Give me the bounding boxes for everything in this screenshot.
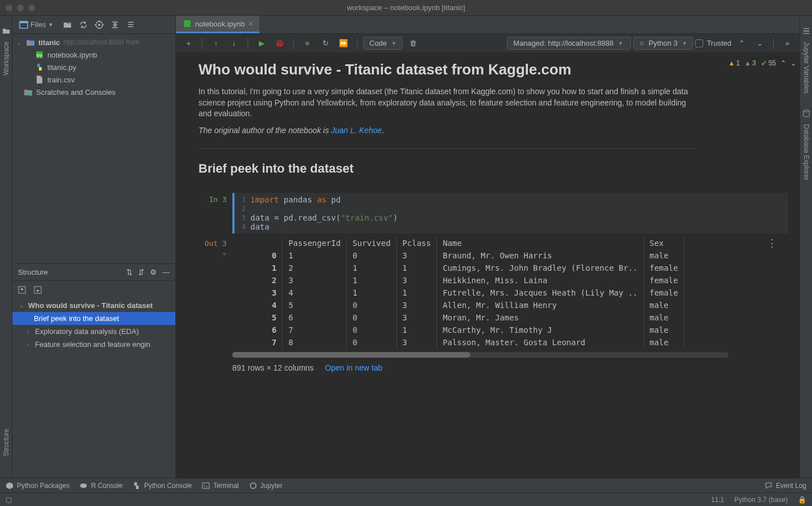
- table-row[interactable]: 6701McCarthy, Mr. Timothy Jmale: [266, 324, 684, 336]
- cell-type-select[interactable]: Code ▼: [363, 37, 403, 50]
- move-down-button[interactable]: ↓: [226, 36, 242, 51]
- server-select[interactable]: Managed: http://localhost:8888 ▼: [507, 37, 631, 50]
- close-window[interactable]: [6, 5, 12, 11]
- table-header[interactable]: PassengerId: [283, 237, 347, 249]
- status-bar: ▢ 11:1 Python 3.7 (base) 🔒: [0, 492, 812, 506]
- project-root[interactable]: ⌄ titanic http://localhost:8888 from: [12, 36, 175, 49]
- expand-icon[interactable]: ☰: [126, 20, 135, 29]
- table-cell: Futrelle, Mrs. Jacques Heath (Lily May .…: [437, 287, 644, 299]
- structure-header: Structure ⇅ ⇵ ⚙ —: [12, 264, 175, 281]
- scroll-from-icon[interactable]: [33, 285, 43, 295]
- file-train-csv[interactable]: train.csv: [12, 73, 175, 86]
- table-header[interactable]: Sex: [643, 237, 684, 249]
- python-icon: [133, 482, 140, 490]
- stop-button[interactable]: ■: [299, 36, 315, 51]
- next-button[interactable]: ⌄: [752, 36, 767, 51]
- table-cell: 4: [266, 299, 283, 311]
- author-link[interactable]: Juan L. Kehoe: [331, 126, 382, 135]
- zoom-window[interactable]: [28, 5, 35, 11]
- refresh-icon[interactable]: [79, 20, 88, 29]
- restart-button[interactable]: ↻: [317, 36, 333, 51]
- new-folder-icon[interactable]: [63, 20, 72, 29]
- debug-cell-button[interactable]: 🐞: [272, 36, 288, 51]
- structure-item-eda[interactable]: › Exploratory data analysis (EDA): [12, 325, 175, 338]
- table-row[interactable]: 4503Allen, Mr. William Henrymale: [266, 299, 684, 311]
- table-row[interactable]: 0103Braund, Mr. Owen Harrismale: [266, 249, 684, 262]
- table-cell: female: [643, 274, 684, 287]
- dataframe-footer: 891 rows × 12 columns Open in new tab: [232, 360, 788, 372]
- file-notebook[interactable]: ipy notebook.ipynb: [12, 49, 175, 61]
- table-cell: 1: [396, 324, 437, 336]
- terminal-button[interactable]: Terminal: [202, 482, 239, 490]
- structure-tree[interactable]: ⌄ Who would survive - Titanic dataset Br…: [12, 299, 175, 478]
- inspection-bar[interactable]: ▲1 ▲3 ✔55 ⌃ ⌄: [728, 59, 796, 68]
- jupyter-variables-tab[interactable]: Jupyter Variables: [801, 27, 811, 98]
- interpreter-status[interactable]: Python 3.7 (base): [734, 496, 788, 504]
- table-cell: 1: [347, 287, 396, 299]
- minimize-icon[interactable]: —: [162, 268, 170, 276]
- table-row[interactable]: 7803Palsson, Master. Gosta Leonardmale: [266, 336, 684, 349]
- structure-item-brief-peek[interactable]: Brief peek into the dataset: [12, 312, 175, 325]
- table-header[interactable]: Pclass: [396, 237, 437, 249]
- chevron-up-icon[interactable]: ⌃: [780, 59, 786, 67]
- table-cell: McCarthy, Mr. Timothy J: [437, 324, 644, 336]
- table-row[interactable]: 1211Cumings, Mrs. John Bradley (Florence…: [266, 262, 684, 274]
- code-cell[interactable]: In 3 1import pandas as pd 2 3data = pd.r…: [198, 193, 788, 234]
- python-icon: [35, 63, 44, 72]
- status-icon[interactable]: ▢: [6, 496, 12, 504]
- table-cell: 3: [266, 287, 283, 299]
- table-cell: 5: [266, 311, 283, 324]
- horizontal-scrollbar[interactable]: [232, 352, 729, 358]
- table-row[interactable]: 5603Moran, Mr. Jamesmale: [266, 311, 684, 324]
- files-dropdown[interactable]: Files ▼: [16, 19, 56, 30]
- more-button[interactable]: »: [779, 36, 795, 51]
- close-icon[interactable]: ×: [248, 19, 253, 28]
- table-header[interactable]: Name: [437, 237, 644, 249]
- table-header[interactable]: Survived: [347, 237, 396, 249]
- prev-button[interactable]: ⌃: [734, 36, 749, 51]
- event-log-button[interactable]: Event Log: [765, 482, 806, 490]
- workspace-tab[interactable]: Workspace: [1, 27, 11, 80]
- minimize-window[interactable]: [17, 5, 24, 11]
- kernel-select[interactable]: ○ Python 3 ▼: [633, 37, 693, 50]
- delete-cell-button[interactable]: 🗑: [405, 36, 421, 51]
- editor-tab-notebook[interactable]: notebook.ipynb ×: [176, 16, 259, 33]
- scroll-to-icon[interactable]: [17, 285, 27, 295]
- table-row[interactable]: 3411Futrelle, Mrs. Jacques Heath (Lily M…: [266, 287, 684, 299]
- jupyter-button[interactable]: Jupyter: [249, 482, 283, 490]
- add-cell-button[interactable]: ＋: [180, 36, 196, 51]
- cursor-position[interactable]: 11:1: [711, 496, 724, 504]
- trusted-checkbox[interactable]: Trusted: [695, 39, 731, 47]
- structure-root[interactable]: ⌄ Who would survive - Titanic dataset: [12, 299, 175, 312]
- run-cell-button[interactable]: ▶: [254, 36, 270, 51]
- target-icon[interactable]: [95, 20, 104, 29]
- table-cell: 6: [283, 311, 347, 324]
- structure-tab[interactable]: Structure: [1, 424, 11, 461]
- code-body[interactable]: 1import pandas as pd 2 3data = pd.read_c…: [232, 193, 788, 234]
- open-in-tab-link[interactable]: Open in new tab: [325, 363, 382, 372]
- dataframe-output[interactable]: PassengerIdSurvivedPclassNameSex 0103Bra…: [266, 237, 684, 349]
- gear-icon[interactable]: ⚙: [150, 268, 157, 276]
- table-row[interactable]: 2313Heikkinen, Miss. Lainafemale: [266, 274, 684, 287]
- svg-point-4: [28, 42, 30, 45]
- structure-item-feature[interactable]: › Feature selection and feature engin: [12, 338, 175, 351]
- sort-icon[interactable]: ⇅: [126, 268, 133, 276]
- file-titanic-py[interactable]: titanic.py: [12, 61, 175, 73]
- move-up-button[interactable]: ↑: [208, 36, 224, 51]
- filter-icon[interactable]: ⇵: [138, 268, 144, 276]
- output-more-icon[interactable]: ⋮: [767, 237, 777, 249]
- table-header[interactable]: [266, 237, 283, 249]
- collapse-icon[interactable]: [111, 20, 120, 29]
- python-console-button[interactable]: Python Console: [133, 482, 192, 490]
- project-tree[interactable]: ⌄ titanic http://localhost:8888 from ipy…: [12, 34, 175, 263]
- r-console-button[interactable]: R Console: [80, 482, 122, 490]
- python-packages-button[interactable]: Python Packages: [6, 482, 69, 490]
- scratches-node[interactable]: Scratches and Consoles: [12, 86, 175, 98]
- chevron-down-icon[interactable]: ⌄: [222, 248, 227, 256]
- database-explorer-tab[interactable]: Database Explorer: [801, 109, 811, 184]
- lock-icon[interactable]: 🔒: [798, 496, 806, 504]
- run-all-button[interactable]: ⏩: [336, 36, 351, 51]
- window-controls[interactable]: [6, 5, 35, 11]
- chevron-down-icon[interactable]: ⌄: [791, 59, 796, 67]
- notebook-content[interactable]: ▲1 ▲3 ✔55 ⌃ ⌄ Who would survive - Titani…: [176, 53, 800, 478]
